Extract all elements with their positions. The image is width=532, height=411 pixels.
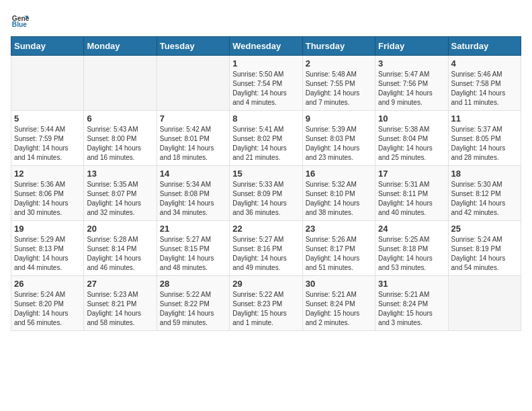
calendar-cell: 25Sunrise: 5:24 AMSunset: 8:19 PMDayligh… [448, 221, 521, 276]
day-number: 1 [232, 58, 299, 68]
calendar-week-row: 5Sunrise: 5:44 AMSunset: 7:59 PMDaylight… [11, 111, 521, 166]
calendar-cell: 29Sunrise: 5:22 AMSunset: 8:23 PMDayligh… [230, 276, 302, 331]
calendar-cell: 31Sunrise: 5:21 AMSunset: 8:24 PMDayligh… [375, 276, 448, 331]
calendar-cell: 30Sunrise: 5:21 AMSunset: 8:24 PMDayligh… [302, 276, 375, 331]
day-info: Sunrise: 5:39 AM [306, 125, 372, 134]
day-info: Sunrise: 5:21 AM [306, 290, 372, 300]
calendar-cell: 6Sunrise: 5:43 AMSunset: 8:00 PMDaylight… [84, 111, 157, 166]
day-info: Daylight: 14 hours and 32 minutes. [87, 199, 153, 218]
calendar-cell: 20Sunrise: 5:28 AMSunset: 8:14 PMDayligh… [84, 221, 157, 276]
day-number: 26 [14, 279, 81, 289]
day-info: Daylight: 15 hours and 3 minutes. [378, 309, 445, 328]
day-number: 30 [306, 279, 372, 289]
calendar-cell: 22Sunrise: 5:27 AMSunset: 8:16 PMDayligh… [230, 221, 302, 276]
day-number: 9 [306, 113, 372, 124]
day-of-week-header: Wednesday [230, 37, 302, 56]
day-info: Sunrise: 5:33 AM [232, 180, 299, 189]
day-of-week-header: Tuesday [157, 37, 229, 56]
day-number: 23 [306, 224, 372, 234]
day-info: Sunset: 8:12 PM [451, 189, 518, 199]
day-number: 13 [87, 169, 153, 179]
day-info: Daylight: 14 hours and 51 minutes. [306, 254, 372, 273]
day-info: Daylight: 14 hours and 14 minutes. [14, 144, 81, 163]
day-info: Sunset: 8:04 PM [378, 134, 445, 144]
day-info: Sunrise: 5:34 AM [160, 180, 226, 189]
day-info: Sunrise: 5:38 AM [378, 125, 445, 134]
day-info: Daylight: 14 hours and 54 minutes. [451, 254, 518, 273]
day-number: 27 [87, 279, 153, 289]
day-info: Sunrise: 5:43 AM [87, 125, 153, 134]
day-info: Daylight: 14 hours and 42 minutes. [451, 199, 518, 218]
day-number: 3 [378, 58, 445, 68]
day-info: Sunrise: 5:30 AM [451, 180, 518, 189]
calendar-week-row: 19Sunrise: 5:29 AMSunset: 8:13 PMDayligh… [11, 221, 521, 276]
day-info: Sunrise: 5:36 AM [14, 180, 81, 189]
day-info: Sunset: 8:15 PM [160, 244, 226, 254]
day-info: Sunset: 8:08 PM [160, 189, 226, 199]
day-info: Sunrise: 5:46 AM [451, 70, 518, 79]
day-info: Sunset: 8:23 PM [232, 300, 299, 309]
calendar-cell [11, 56, 84, 111]
day-info: Sunset: 8:19 PM [451, 244, 518, 254]
day-info: Daylight: 14 hours and 9 minutes. [378, 89, 445, 107]
calendar-cell: 15Sunrise: 5:33 AMSunset: 8:09 PMDayligh… [230, 166, 302, 221]
calendar-cell: 19Sunrise: 5:29 AMSunset: 8:13 PMDayligh… [11, 221, 84, 276]
day-info: Daylight: 14 hours and 16 minutes. [87, 144, 153, 163]
day-info: Daylight: 14 hours and 21 minutes. [232, 144, 299, 163]
calendar-cell [157, 56, 229, 111]
day-info: Daylight: 14 hours and 18 minutes. [160, 144, 226, 163]
day-info: Sunrise: 5:24 AM [14, 290, 81, 300]
day-info: Daylight: 14 hours and 59 minutes. [160, 309, 226, 328]
day-info: Sunset: 8:16 PM [232, 244, 299, 254]
day-info: Sunrise: 5:41 AM [232, 125, 299, 134]
day-info: Sunrise: 5:22 AM [232, 290, 299, 300]
day-info: Daylight: 14 hours and 38 minutes. [306, 199, 372, 218]
calendar-cell: 10Sunrise: 5:38 AMSunset: 8:04 PMDayligh… [375, 111, 448, 166]
day-info: Sunset: 8:22 PM [160, 300, 226, 309]
day-info: Daylight: 14 hours and 44 minutes. [14, 254, 81, 273]
day-info: Sunset: 8:02 PM [232, 134, 299, 144]
day-info: Sunset: 8:17 PM [306, 244, 372, 254]
day-info: Daylight: 14 hours and 46 minutes. [87, 254, 153, 273]
day-number: 12 [14, 169, 81, 179]
day-number: 7 [160, 113, 226, 124]
calendar-cell: 7Sunrise: 5:42 AMSunset: 8:01 PMDaylight… [157, 111, 229, 166]
day-info: Daylight: 14 hours and 58 minutes. [87, 309, 153, 328]
day-number: 2 [306, 58, 372, 68]
day-number: 29 [232, 279, 299, 289]
day-number: 5 [14, 113, 81, 124]
calendar-cell: 3Sunrise: 5:47 AMSunset: 7:56 PMDaylight… [375, 56, 448, 111]
day-info: Sunrise: 5:48 AM [306, 70, 372, 79]
day-info: Sunset: 7:54 PM [232, 79, 299, 89]
day-of-week-header: Thursday [302, 37, 375, 56]
day-info: Sunset: 8:14 PM [87, 244, 153, 254]
day-info: Sunset: 7:59 PM [14, 134, 81, 144]
day-number: 15 [232, 169, 299, 179]
day-info: Daylight: 14 hours and 28 minutes. [451, 144, 518, 163]
day-info: Sunset: 8:13 PM [14, 244, 81, 254]
day-number: 16 [306, 169, 372, 179]
day-number: 18 [451, 169, 518, 179]
svg-text:Blue: Blue [12, 21, 28, 28]
calendar-cell: 28Sunrise: 5:22 AMSunset: 8:22 PMDayligh… [157, 276, 229, 331]
day-of-week-header: Sunday [11, 37, 84, 56]
calendar-cell: 8Sunrise: 5:41 AMSunset: 8:02 PMDaylight… [230, 111, 302, 166]
calendar-cell: 24Sunrise: 5:25 AMSunset: 8:18 PMDayligh… [375, 221, 448, 276]
day-info: Sunrise: 5:35 AM [87, 180, 153, 189]
day-info: Sunrise: 5:24 AM [451, 235, 518, 244]
day-number: 4 [451, 58, 518, 68]
day-number: 10 [378, 113, 445, 124]
day-of-week-header: Monday [84, 37, 157, 56]
day-number: 28 [160, 279, 226, 289]
day-number: 24 [378, 224, 445, 234]
day-info: Daylight: 14 hours and 40 minutes. [378, 199, 445, 218]
day-info: Sunrise: 5:22 AM [160, 290, 226, 300]
day-info: Sunrise: 5:32 AM [306, 180, 372, 189]
day-info: Sunset: 8:09 PM [232, 189, 299, 199]
day-info: Sunrise: 5:47 AM [378, 70, 445, 79]
calendar-week-row: 26Sunrise: 5:24 AMSunset: 8:20 PMDayligh… [11, 276, 521, 331]
day-info: Sunrise: 5:29 AM [14, 235, 81, 244]
day-info: Sunset: 8:24 PM [306, 300, 372, 309]
day-info: Sunrise: 5:44 AM [14, 125, 81, 134]
day-info: Sunrise: 5:25 AM [378, 235, 445, 244]
